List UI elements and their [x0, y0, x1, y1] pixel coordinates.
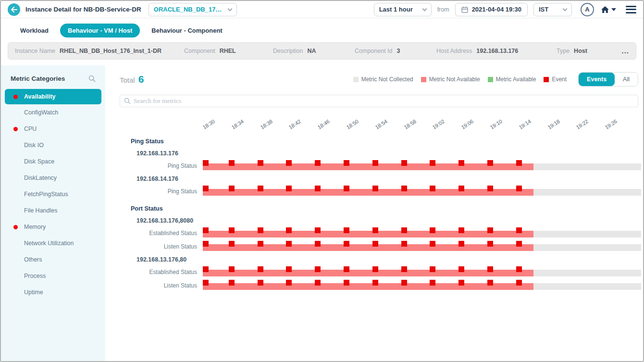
event-marker[interactable] — [344, 266, 349, 272]
event-marker[interactable] — [487, 280, 493, 286]
event-marker[interactable] — [458, 160, 464, 166]
event-marker[interactable] — [401, 266, 407, 272]
sidebar-item-availability[interactable]: Availability — [5, 89, 101, 104]
event-marker[interactable] — [286, 280, 292, 286]
event-marker[interactable] — [315, 266, 321, 272]
event-marker[interactable] — [258, 227, 263, 233]
sidebar-item-disk-space[interactable]: Disk Space — [1, 153, 105, 170]
instance-dropdown[interactable]: ORACLE_NB_DB_176_I... — [149, 3, 237, 16]
menu-icon[interactable] — [626, 6, 636, 13]
event-marker[interactable] — [401, 241, 407, 247]
toggle-events-button[interactable]: Events — [579, 73, 615, 86]
event-marker[interactable] — [487, 266, 493, 272]
event-marker[interactable] — [258, 241, 263, 247]
event-marker[interactable] — [372, 186, 378, 191]
event-marker[interactable] — [516, 227, 522, 233]
event-marker[interactable] — [258, 280, 263, 286]
event-marker[interactable] — [458, 186, 464, 191]
event-marker[interactable] — [458, 280, 464, 286]
event-marker[interactable] — [372, 266, 378, 272]
sidebar-item-disk-io[interactable]: Disk IO — [1, 137, 105, 153]
event-marker[interactable] — [315, 160, 321, 166]
event-marker[interactable] — [286, 227, 292, 233]
event-marker[interactable] — [430, 280, 435, 286]
event-marker[interactable] — [229, 227, 235, 233]
toggle-all-button[interactable]: All — [615, 73, 638, 86]
sidebar-item-process[interactable]: Process — [1, 268, 105, 284]
home-menu[interactable] — [601, 6, 616, 13]
timezone-dropdown[interactable]: IST — [533, 3, 572, 16]
sidebar-item-memory[interactable]: Memory — [1, 219, 105, 235]
event-marker[interactable] — [229, 241, 235, 247]
sidebar-item-disklatency[interactable]: DiskLatency — [1, 170, 105, 186]
tab-workload[interactable]: Workload — [12, 24, 56, 37]
event-marker[interactable] — [458, 241, 464, 247]
event-marker[interactable] — [203, 227, 209, 233]
event-marker[interactable] — [430, 227, 435, 233]
event-marker[interactable] — [401, 160, 407, 166]
event-marker[interactable] — [258, 186, 263, 191]
sidebar-item-others[interactable]: Others — [1, 251, 105, 268]
back-button[interactable] — [8, 3, 20, 16]
event-marker[interactable] — [315, 241, 321, 247]
datetime-picker[interactable]: 2021-04-04 19:30 — [455, 3, 528, 16]
event-marker[interactable] — [430, 186, 435, 191]
event-marker[interactable] — [430, 241, 435, 247]
event-marker[interactable] — [344, 186, 349, 191]
event-marker[interactable] — [344, 227, 349, 233]
event-marker[interactable] — [430, 160, 435, 166]
event-marker[interactable] — [487, 241, 493, 247]
event-marker[interactable] — [344, 241, 349, 247]
avatar[interactable]: A — [581, 3, 594, 16]
info-more-button[interactable]: ... — [621, 49, 629, 53]
event-marker[interactable] — [229, 280, 235, 286]
event-marker[interactable] — [203, 241, 209, 247]
time-range-dropdown[interactable]: Last 1 hour — [374, 3, 432, 16]
event-marker[interactable] — [203, 186, 209, 191]
event-marker[interactable] — [203, 280, 209, 286]
sidebar-item-network-utilization[interactable]: Network Utilization — [1, 235, 105, 251]
event-marker[interactable] — [286, 241, 292, 247]
sidebar-item-file-handles[interactable]: File Handles — [1, 202, 105, 219]
event-marker[interactable] — [516, 186, 522, 191]
event-marker[interactable] — [229, 266, 235, 272]
event-marker[interactable] — [344, 160, 349, 166]
event-marker[interactable] — [286, 266, 292, 272]
event-marker[interactable] — [258, 160, 263, 166]
event-marker[interactable] — [401, 227, 407, 233]
event-marker[interactable] — [516, 241, 522, 247]
event-marker[interactable] — [372, 227, 378, 233]
event-marker[interactable] — [315, 280, 321, 286]
tab-behaviour-vm-host[interactable]: Behaviour - VM / Host — [60, 24, 140, 37]
event-marker[interactable] — [458, 227, 464, 233]
event-marker[interactable] — [229, 186, 235, 191]
sidebar-item-uptime[interactable]: Uptime — [1, 284, 105, 300]
event-marker[interactable] — [258, 266, 263, 272]
event-marker[interactable] — [286, 160, 292, 166]
event-marker[interactable] — [286, 186, 292, 191]
tab-behaviour-component[interactable]: Behaviour - Component — [144, 24, 230, 37]
event-marker[interactable] — [401, 186, 407, 191]
event-marker[interactable] — [203, 160, 209, 166]
event-marker[interactable] — [372, 241, 378, 247]
event-marker[interactable] — [229, 160, 235, 166]
event-marker[interactable] — [487, 227, 493, 233]
sidebar-item-cpu[interactable]: CPU — [1, 121, 105, 137]
event-marker[interactable] — [315, 186, 321, 191]
event-marker[interactable] — [344, 280, 349, 286]
search-input[interactable] — [120, 95, 638, 107]
event-marker[interactable] — [401, 280, 407, 286]
event-marker[interactable] — [430, 266, 435, 272]
event-marker[interactable] — [516, 280, 522, 286]
sidebar-item-configwatch[interactable]: ConfigWatch — [1, 104, 105, 121]
event-marker[interactable] — [315, 227, 321, 233]
event-marker[interactable] — [487, 186, 493, 191]
event-marker[interactable] — [372, 280, 378, 286]
event-marker[interactable] — [516, 160, 522, 166]
event-marker[interactable] — [458, 266, 464, 272]
event-marker[interactable] — [203, 266, 209, 272]
event-marker[interactable] — [372, 160, 378, 166]
event-marker[interactable] — [516, 266, 522, 272]
search-icon[interactable] — [88, 75, 96, 82]
sidebar-item-fetchpingstatus[interactable]: FetchPingStatus — [1, 186, 105, 202]
